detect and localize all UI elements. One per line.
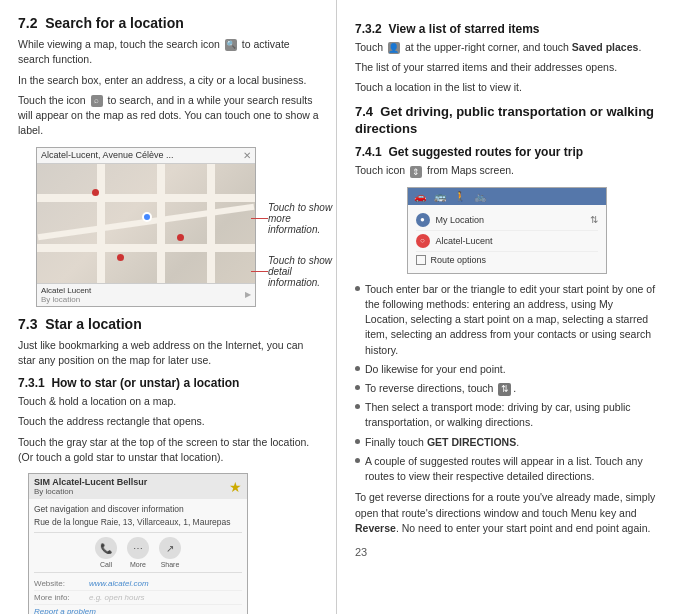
field-report-problem: Report a problem <box>34 605 242 614</box>
bullet-text-1: Do likewise for your end point. <box>365 362 658 377</box>
section-74-title: 7.4 Get driving, public transportation o… <box>355 104 658 138</box>
star-map-container: SIM Alcatel-Lucent Bellsur By location ★… <box>28 473 248 614</box>
bullet-item-2: To reverse directions, touch ⇅. <box>355 381 658 396</box>
section-73-para1: Just like bookmarking a web address on t… <box>18 338 320 368</box>
star-map-subtitle: By location <box>34 487 147 496</box>
section-741-para1: Touch icon ⇕ from Maps screen. <box>355 163 658 178</box>
person-icon: 👤 <box>388 42 400 54</box>
route-map-container: 🚗 🚌 🚶 🚲 ● My Location ⇅ ○ Alcatel-Lucent… <box>407 187 607 274</box>
map-body <box>37 164 255 299</box>
search-icon: 🔍 <box>225 39 237 51</box>
reverse-directions-icon: ⇅ <box>498 383 511 396</box>
bullet-dot-5 <box>355 458 360 463</box>
directions-icon: ⇕ <box>410 166 422 178</box>
map-route-icon: ▶ <box>245 290 251 299</box>
map-bottom-label: Alcatel Lucent <box>41 286 91 295</box>
search-go-icon: ⌕ <box>91 95 103 107</box>
route-row-1: ● My Location ⇅ <box>416 210 598 231</box>
more-icon: ⋯ <box>127 537 149 559</box>
route-row-2: ○ Alcatel-Lucent <box>416 231 598 252</box>
page-left: 7.2 Search for a location While viewing … <box>0 0 337 614</box>
route-options-checkbox <box>416 255 426 265</box>
callout-2: Touch to show detail information. <box>251 255 338 288</box>
map-road-v1 <box>97 164 105 299</box>
section-72-title: 7.2 Search for a location <box>18 14 320 32</box>
callout-line-1 <box>251 218 268 219</box>
map-red-dot-3 <box>117 254 124 261</box>
bullet-text-2: To reverse directions, touch ⇅. <box>365 381 658 396</box>
star-icon-call: 📞 Call <box>95 537 117 568</box>
section-72-para3: Touch the icon ⌕ to search, and in a whi… <box>18 93 320 139</box>
section-732: 7.3.2 View a list of starred items Touch… <box>355 22 658 96</box>
section-72: 7.2 Search for a location While viewing … <box>18 14 320 307</box>
section-731-para1: Touch & hold a location on a map. <box>18 394 320 409</box>
map-location-pin <box>142 212 152 222</box>
callout-text-2: Touch to show detail information. <box>268 255 338 288</box>
map-road-v3 <box>207 164 215 299</box>
section-732-title: 7.3.2 View a list of starred items <box>355 22 658 36</box>
section-732-para1: Touch 👤 at the upper-right corner, and t… <box>355 40 658 55</box>
bullet-dot-1 <box>355 366 360 371</box>
star-map-icons-row: 📞 Call ⋯ More ↗ Share <box>34 532 242 573</box>
bullet-item-3: Then select a transport mode: driving by… <box>355 400 658 430</box>
call-label: Call <box>100 561 112 568</box>
map-red-dot-1 <box>92 189 99 196</box>
bullet-item-4: Finally touch GET DIRECTIONS. <box>355 435 658 450</box>
bullet-dot-4 <box>355 439 360 444</box>
map-bottom-sub: By location <box>41 295 91 304</box>
section-74: 7.4 Get driving, public transportation o… <box>355 104 658 138</box>
car-icon: 🚗 <box>414 191 426 202</box>
my-location-icon: ● <box>416 213 430 227</box>
star-icon-more: ⋯ More <box>127 537 149 568</box>
section-731: 7.3.1 How to star (or unstar) a location… <box>18 376 320 465</box>
section-73: 7.3 Star a location Just like bookmarkin… <box>18 315 320 615</box>
route-options-label: Route options <box>431 255 487 265</box>
section-731-para2: Touch the address rectangle that opens. <box>18 414 320 429</box>
callout-text-1: Touch to show more information. <box>268 202 338 235</box>
bullet-dot-0 <box>355 286 360 291</box>
star-map-header: SIM Alcatel-Lucent Bellsur By location ★ <box>29 474 247 499</box>
website-label: Website: <box>34 579 89 588</box>
star-map-desc2: Rue de la longue Raie, 13, Villarceaux, … <box>34 517 242 528</box>
final-para: To get reverse directions for a route yo… <box>355 490 658 536</box>
bullet-text-4: Finally touch GET DIRECTIONS. <box>365 435 658 450</box>
website-value: www.alcatel.com <box>89 579 149 588</box>
section-731-title: 7.3.1 How to star (or unstar) a location <box>18 376 320 390</box>
section-73-title: 7.3 Star a location <box>18 315 320 333</box>
share-label: Share <box>161 561 180 568</box>
section-741-title: 7.4.1 Get suggested routes for your trip <box>355 145 658 159</box>
map-bottom-bar: Alcatel Lucent By location ▶ <box>37 283 255 306</box>
bullet-text-5: A couple of suggested routes will appear… <box>365 454 658 484</box>
route-map-body: ● My Location ⇅ ○ Alcatel-Lucent Route o… <box>408 205 606 273</box>
star-map-body: Get navigation and discover information … <box>29 499 247 614</box>
star-icon: ★ <box>229 479 242 495</box>
map-road-h3 <box>37 244 255 252</box>
star-map-fields: Website: www.alcatel.com More info: e.g.… <box>34 577 242 614</box>
walk-icon: 🚶 <box>454 191 466 202</box>
bike-icon: 🚲 <box>474 191 486 202</box>
map-topbar-text: Alcatel-Lucent, Avenue Célève ... <box>41 150 243 160</box>
map-topbar: Alcatel-Lucent, Avenue Célève ... ✕ <box>37 148 255 164</box>
map-road-h2 <box>38 203 255 239</box>
star-map-title: SIM Alcatel-Lucent Bellsur <box>34 477 147 487</box>
report-problem-value: Report a problem <box>34 607 96 614</box>
map-screenshot: Alcatel-Lucent, Avenue Célève ... ✕ <box>36 147 256 307</box>
bullet-dot-3 <box>355 404 360 409</box>
bullet-dot-2 <box>355 385 360 390</box>
bullet-item-5: A couple of suggested routes will appear… <box>355 454 658 484</box>
page-right: 7.3.2 View a list of starred items Touch… <box>337 0 674 614</box>
section-741: 7.4.1 Get suggested routes for your trip… <box>355 145 658 273</box>
field-website: Website: www.alcatel.com <box>34 577 242 591</box>
call-icon: 📞 <box>95 537 117 559</box>
section-731-para3: Touch the gray star at the top of the sc… <box>18 435 320 465</box>
map-road-v2 <box>157 164 165 299</box>
moreinfo-label: More info: <box>34 593 89 602</box>
bullet-text-0: Touch enter bar or the triangle to edit … <box>365 282 658 358</box>
destination-icon: ○ <box>416 234 430 248</box>
callout-1: Touch to show more information. <box>251 202 338 235</box>
saved-places-bold: Saved places <box>572 41 639 53</box>
bullet-item-0: Touch enter bar or the triangle to edit … <box>355 282 658 358</box>
moreinfo-value: e.g. open hours <box>89 593 145 602</box>
field-moreinfo: More info: e.g. open hours <box>34 591 242 605</box>
map-red-dot-2 <box>177 234 184 241</box>
